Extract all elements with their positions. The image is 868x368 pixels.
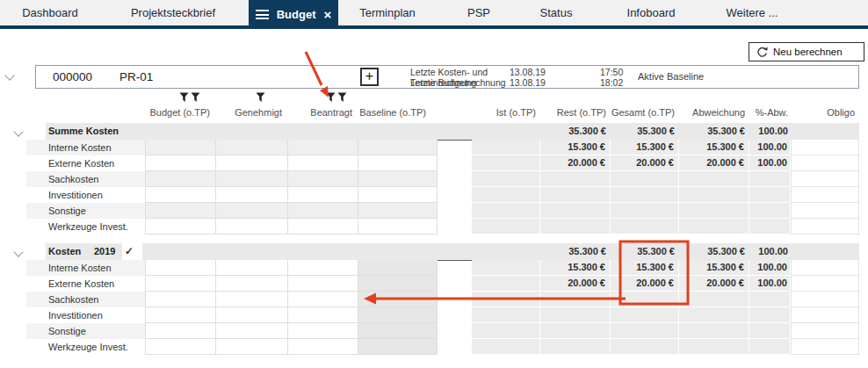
budget-input-cell[interactable] [146,323,216,339]
genehmigt-input-cell[interactable] [216,276,288,292]
info-label: Letzte Kosten- und Terminrechnung [410,68,510,78]
column-header-gesamt[interactable]: Gesamt (o.TP) [611,105,675,119]
budget-input-cell[interactable] [146,339,216,355]
column-header-obligo[interactable]: Obligo [791,105,855,119]
section-header-row[interactable]: Summe Kosten 35.300 € 35.300 € 35.300 € … [26,123,859,141]
tab-status[interactable]: Status [525,0,587,25]
tab-budget-active[interactable]: Budget × [249,0,338,29]
tab-weitere[interactable]: Weitere ... [717,0,787,25]
budget-cell [146,203,216,219]
tab-projektsteckbrief[interactable]: Projektsteckbrief [120,0,226,25]
abweichung-cell: 15.300 € [679,260,749,276]
budget-cell [146,155,216,171]
filter-funnel-icon[interactable] [179,92,189,103]
section-collapse-chevron-icon[interactable] [13,126,23,136]
section-collapse-chevron-icon[interactable] [13,247,23,256]
filter-funnel-icon[interactable] [326,92,336,103]
tabbar-underline [0,25,868,29]
obligo-cell [791,323,859,339]
rest-cell: 15.300 € [540,260,611,276]
total-abweichung: 35.300 € [679,243,745,260]
baseline-cell [358,203,438,219]
tab-dashboard[interactable]: Dashboard [9,0,91,25]
tab-psp[interactable]: PSP [452,0,505,25]
gesamt-cell [611,219,679,235]
beantragt-cell [288,155,358,171]
rest-cell [540,171,611,187]
beantragt-input-cell[interactable] [288,292,358,307]
genehmigt-cell [216,155,288,171]
budget-input-cell[interactable] [146,292,216,307]
gesamt-cell [611,307,679,323]
budget-input-cell[interactable] [146,260,216,276]
project-calculation-info: Letzte Kosten- und Terminrechnung 13.08.… [410,68,644,88]
add-plus-button[interactable]: + [360,68,379,86]
project-expand-chevron-icon[interactable] [4,70,14,80]
section-header-row[interactable]: Kosten 2019 ✓ 35.300 € 35.300 € 35.300 €… [26,243,859,261]
ist-cell [472,292,540,307]
column-header-budget[interactable]: Budget (o.TP) [145,105,210,119]
column-header-rest[interactable]: Rest (o.TP) [540,105,606,119]
baseline-cell [358,323,438,339]
abweichung-cell [679,187,749,203]
rest-cell: 20.000 € [540,276,611,292]
gesamt-cell [611,203,679,219]
genehmigt-cell [216,187,288,203]
tab-close-icon[interactable]: × [324,8,332,21]
genehmigt-cell [216,140,288,155]
row-label: Interne Kosten [26,140,145,155]
hamburger-menu-icon[interactable] [256,8,269,22]
genehmigt-input-cell[interactable] [216,307,288,323]
column-header-pct-abw[interactable]: %-Abw. [749,105,788,119]
budget-input-cell[interactable] [146,276,216,292]
obligo-cell [791,187,859,203]
active-baseline-label: Aktive Baseline [638,71,704,82]
filter-funnel-icon[interactable] [256,92,265,103]
pct-cell: 100.00 % [749,155,791,171]
recalculate-button[interactable]: Neu berechnen [749,42,864,61]
genehmigt-input-cell[interactable] [216,292,288,307]
result-value-cells: 15.300 €15.300 €15.300 €100.00 % 20.000 … [472,140,859,235]
beantragt-cell [288,171,358,187]
info-label: Letzte Budgetrechnung [410,78,510,89]
genehmigt-input-cell[interactable] [216,339,288,355]
filter-funnel-icon[interactable] [191,92,200,103]
project-row[interactable]: 000000 PR-01 + Letzte Kosten- und Termin… [35,65,859,89]
baseline-cell [358,171,438,187]
beantragt-cell [288,219,358,235]
obligo-cell [791,339,859,355]
ist-cell [472,140,540,155]
beantragt-input-cell[interactable] [288,323,358,339]
genehmigt-cell [216,219,288,235]
genehmigt-input-cell[interactable] [216,260,288,276]
abweichung-cell [679,339,749,355]
rest-cell: 15.300 € [540,140,611,155]
row-label: Werkzeuge Invest. [26,339,145,355]
row-label: Sonstige [26,323,145,339]
info-date: 13.08.19 [510,78,600,89]
column-header-ist[interactable]: Ist (o.TP) [472,105,536,119]
baseline-cell [358,260,438,276]
abweichung-cell: 15.300 € [679,140,749,155]
tab-infoboard[interactable]: Infoboard [616,0,686,25]
column-header-genehmigt[interactable]: Genehmigt (o.TP) [215,105,282,119]
filter-funnel-icon[interactable] [337,92,347,103]
beantragt-input-cell[interactable] [288,339,358,355]
tab-terminplan[interactable]: Terminplan [344,0,431,25]
obligo-cell [791,140,859,155]
beantragt-input-cell[interactable] [288,276,358,292]
check-icon[interactable]: ✓ [125,243,134,260]
beantragt-column-filters[interactable] [287,90,347,103]
beantragt-input-cell[interactable] [288,307,358,323]
total-gesamt: 35.300 € [611,243,675,260]
genehmigt-column-filters[interactable] [215,90,265,103]
beantragt-input-cell[interactable] [288,260,358,276]
column-header-baseline[interactable]: Baseline (o.TP) [358,105,426,119]
column-header-beantragt[interactable]: Beantragt (o.TP) [287,105,352,119]
budget-input-cell[interactable] [146,307,216,323]
genehmigt-input-cell[interactable] [216,323,288,339]
obligo-cell [791,203,859,219]
column-header-abweichung[interactable]: Abweichung [679,105,745,119]
rest-cell [540,307,611,323]
budget-column-filters[interactable] [145,90,200,103]
